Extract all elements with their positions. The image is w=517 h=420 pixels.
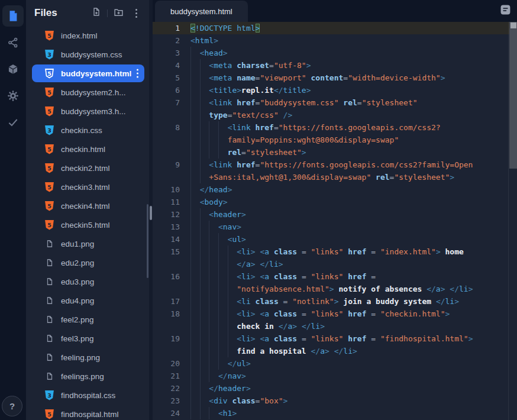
css-file-icon: 3: [45, 125, 54, 135]
sidebar-scrollbar-thumb[interactable]: [147, 204, 148, 278]
code-line-4[interactable]: 4 <meta charset="utf-8">: [153, 59, 517, 72]
code-line-18-part2[interactable]: check in </a> </li>: [153, 320, 517, 332]
code-line-16-part2[interactable]: "notifyabsence.html"> notify of absences…: [153, 283, 517, 295]
code-line-15-part1[interactable]: 15 <li> <a class = "links" href = "index…: [153, 245, 517, 258]
file-row-edu4-png[interactable]: edu4.png: [26, 291, 149, 310]
file-name: buddysystem3.h...: [61, 107, 126, 116]
rail-checks-button[interactable]: [2, 112, 24, 133]
rail-settings-button[interactable]: [2, 85, 24, 106]
file-row-buddysystem-html[interactable]: 5buddysystem.html: [32, 64, 144, 82]
code-line-10[interactable]: 10 </head>: [153, 183, 517, 196]
code-line-21[interactable]: 21 </nav>: [153, 370, 517, 382]
file-row-edu2-png[interactable]: edu2.png: [26, 253, 149, 272]
rail-files-button[interactable]: [2, 5, 24, 27]
editor-pane: buddysystem.html 1<!DOCTYPE html>2<html>…: [153, 0, 517, 420]
code-text: rel="stylesheet">: [190, 146, 517, 159]
line-number: [153, 258, 180, 270]
file-row-edu3-png[interactable]: edu3.png: [26, 272, 149, 291]
code-line-19-part2[interactable]: find a hospital </a> </li>: [153, 345, 517, 357]
code-line-17[interactable]: 17 <li class = "notlink"> join a buddy s…: [153, 295, 517, 308]
indent-guide: [200, 233, 201, 245]
code-line-1[interactable]: 1<!DOCTYPE html>: [153, 22, 517, 34]
panel-resize-handle[interactable]: [150, 206, 152, 220]
code-line-23[interactable]: 23 <div class="box">: [153, 395, 517, 407]
file-row-findhospital-html[interactable]: 5findhospital.html: [26, 405, 149, 420]
indent-guide: [200, 121, 201, 134]
rail-version-control-button[interactable]: [2, 32, 24, 53]
file-row-feelings-png[interactable]: feelings.png: [26, 367, 149, 386]
code-line-8-part1[interactable]: 8 <link href="https://fonts.googleapis.c…: [153, 121, 517, 134]
code-line-8-part3[interactable]: rel="stylesheet">: [153, 146, 517, 159]
file-row-findhospital-css[interactable]: 3findhospital.css: [26, 386, 149, 405]
indent-guide: [200, 258, 201, 270]
code-line-13[interactable]: 13 <nav>: [153, 221, 517, 233]
code-line-12[interactable]: 12 <header>: [153, 208, 517, 221]
code-line-16-part1[interactable]: 16 <li> <a class = "links" href =: [153, 270, 517, 283]
css-file-icon: 3: [45, 390, 54, 400]
editor-scrollbar[interactable]: [508, 22, 517, 420]
file-row-checkin3-html[interactable]: 5checkin3.html: [26, 177, 149, 196]
code-line-9-part2[interactable]: +Sans:ital,wght@1,300&display=swap" rel=…: [153, 171, 517, 183]
file-row-feel3-png[interactable]: feel3.png: [26, 329, 149, 348]
code-text: <body>: [190, 196, 517, 208]
indent-guide: [228, 332, 228, 345]
files-menu-button[interactable]: [129, 6, 143, 20]
add-file-button[interactable]: [89, 6, 104, 20]
file-row-buddysystem3-h-[interactable]: 5buddysystem3.h...: [26, 102, 149, 121]
code-line-11[interactable]: 11 <body>: [153, 196, 517, 208]
add-folder-button[interactable]: [111, 6, 125, 20]
editor-scrollbar-thumb[interactable]: [509, 22, 517, 169]
code-line-7-part2[interactable]: type="text/css" />: [153, 109, 517, 121]
code-line-22[interactable]: 22 </header>: [153, 382, 517, 395]
indent-guide: [200, 308, 201, 320]
indent-guide: [218, 121, 219, 134]
file-row-feeling-png[interactable]: feeling.png: [26, 348, 149, 367]
file-name: checkin3.html: [61, 183, 110, 192]
indent-guide: [200, 96, 201, 109]
code-text: check in </a> </li>: [190, 320, 517, 332]
editor-options-button[interactable]: [500, 4, 511, 18]
file-row-feel2-png[interactable]: feel2.png: [26, 310, 149, 329]
indent-guide: [228, 283, 228, 295]
kebab-icon: [135, 7, 137, 20]
file-row-checkin-css[interactable]: 3checkin.css: [26, 121, 149, 140]
files-panel-header: Files: [26, 0, 149, 26]
file-kebab-icon[interactable]: [137, 69, 138, 78]
file-row-checkin4-html[interactable]: 5checkin4.html: [26, 196, 149, 215]
code-text: </a> </li>: [190, 258, 517, 270]
indent-guide: [209, 233, 209, 245]
code-line-7-part1[interactable]: 7 <link href="buddysystem.css" rel="styl…: [153, 96, 517, 109]
file-name: buddysystem2.h...: [61, 88, 126, 97]
file-row-index-html[interactable]: 5index.html: [26, 26, 149, 45]
code-line-19-part1[interactable]: 19 <li> <a class = "links" href = "findh…: [153, 332, 517, 345]
file-icon: [7, 9, 20, 22]
code-line-15-part2[interactable]: </a> </li>: [153, 258, 517, 270]
file-row-checkin2-html[interactable]: 5checkin2.html: [26, 159, 149, 177]
code-line-18-part1[interactable]: 18 <li> <a class = "links" href = "check…: [153, 308, 517, 320]
code-line-24[interactable]: 24 <h1>: [153, 407, 517, 419]
file-row-buddysystem-css[interactable]: 3buddysystem.css: [26, 45, 149, 64]
file-name: checkin5.html: [61, 221, 110, 230]
code-line-20[interactable]: 20 </ul>: [153, 357, 517, 370]
file-row-buddysystem2-h-[interactable]: 5buddysystem2.h...: [26, 83, 149, 102]
file-name: index.html: [61, 31, 98, 40]
tab-buddysystem-html[interactable]: buddysystem.html: [155, 1, 248, 22]
indent-guide: [190, 72, 191, 84]
file-row-checkin5-html[interactable]: 5checkin5.html: [26, 215, 149, 234]
code-editor[interactable]: 1<!DOCTYPE html>2<html>3 <head>4 <meta c…: [153, 22, 517, 420]
code-line-2[interactable]: 2<html>: [153, 34, 517, 47]
indent-guide: [200, 270, 201, 283]
code-line-5[interactable]: 5 <meta name="viewport" content="width=d…: [153, 72, 517, 84]
line-number: 21: [153, 370, 180, 382]
code-text: <link href="buddysystem.css" rel="styles…: [190, 96, 517, 109]
file-row-checkin-html[interactable]: 5checkin.html: [26, 140, 149, 159]
file-row-edu1-png[interactable]: edu1.png: [26, 234, 149, 253]
rail-packages-button[interactable]: [2, 59, 24, 80]
help-button[interactable]: ?: [2, 396, 22, 416]
code-line-8-part2[interactable]: family=Poppins:wght@800&display=swap": [153, 134, 517, 146]
code-line-14[interactable]: 14 <ul>: [153, 233, 517, 245]
code-line-6[interactable]: 6 <title>repl.it</title>: [153, 84, 517, 96]
file-name: edu4.png: [61, 296, 94, 305]
code-line-3[interactable]: 3 <head>: [153, 47, 517, 59]
code-line-9-part1[interactable]: 9 <link href="https://fonts.googleapis.c…: [153, 159, 517, 171]
